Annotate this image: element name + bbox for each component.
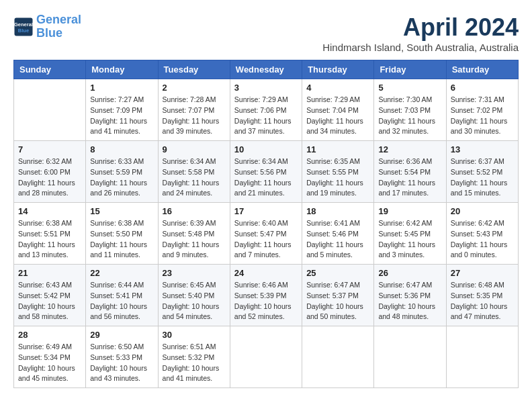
day-info: Sunrise: 6:50 AM Sunset: 5:33 PM Dayligh… (90, 342, 153, 384)
calendar-day-cell: 17Sunrise: 6:40 AM Sunset: 5:47 PM Dayli… (230, 203, 302, 265)
day-info: Sunrise: 6:42 AM Sunset: 5:43 PM Dayligh… (451, 218, 514, 261)
calendar-day-cell (302, 326, 374, 388)
calendar-day-cell (14, 79, 86, 141)
day-info: Sunrise: 6:38 AM Sunset: 5:51 PM Dayligh… (18, 218, 81, 261)
day-info: Sunrise: 6:38 AM Sunset: 5:50 PM Dayligh… (90, 218, 153, 261)
location-subtitle: Hindmarsh Island, South Australia, Austr… (322, 42, 519, 53)
calendar-day-cell: 23Sunrise: 6:45 AM Sunset: 5:40 PM Dayli… (158, 265, 230, 326)
day-info: Sunrise: 6:34 AM Sunset: 5:56 PM Dayligh… (234, 156, 298, 199)
day-number: 20 (451, 206, 514, 216)
day-info: Sunrise: 6:45 AM Sunset: 5:40 PM Dayligh… (163, 280, 226, 322)
day-info: Sunrise: 6:37 AM Sunset: 5:52 PM Dayligh… (451, 156, 514, 199)
day-number: 19 (378, 206, 441, 216)
day-number: 2 (163, 83, 226, 93)
day-info: Sunrise: 7:29 AM Sunset: 7:06 PM Dayligh… (234, 95, 298, 137)
calendar-day-cell: 27Sunrise: 6:48 AM Sunset: 5:35 PM Dayli… (446, 265, 518, 326)
day-info: Sunrise: 6:36 AM Sunset: 5:54 PM Dayligh… (378, 156, 441, 199)
day-number: 16 (163, 206, 226, 216)
calendar-day-cell: 2Sunrise: 7:28 AM Sunset: 7:07 PM Daylig… (158, 79, 230, 141)
day-info: Sunrise: 6:35 AM Sunset: 5:55 PM Dayligh… (306, 156, 369, 199)
calendar-day-cell: 5Sunrise: 7:30 AM Sunset: 7:03 PM Daylig… (374, 79, 446, 141)
calendar-day-cell: 16Sunrise: 6:39 AM Sunset: 5:48 PM Dayli… (158, 203, 230, 265)
day-info: Sunrise: 6:47 AM Sunset: 5:37 PM Dayligh… (306, 280, 369, 322)
logo: General Blue General Blue (13, 13, 81, 40)
calendar-day-cell: 9Sunrise: 6:34 AM Sunset: 5:58 PM Daylig… (158, 141, 230, 203)
day-number: 21 (18, 268, 81, 278)
weekday-header-sunday: Sunday (14, 60, 86, 79)
day-number: 28 (18, 330, 81, 340)
calendar-day-cell: 6Sunrise: 7:31 AM Sunset: 7:02 PM Daylig… (446, 79, 518, 141)
calendar-week-row: 21Sunrise: 6:43 AM Sunset: 5:42 PM Dayli… (14, 265, 519, 326)
day-number: 23 (163, 268, 226, 278)
calendar-week-row: 28Sunrise: 6:49 AM Sunset: 5:34 PM Dayli… (14, 326, 519, 388)
day-info: Sunrise: 6:40 AM Sunset: 5:47 PM Dayligh… (234, 218, 298, 261)
calendar-day-cell: 14Sunrise: 6:38 AM Sunset: 5:51 PM Dayli… (14, 203, 86, 265)
logo-line1: General (36, 13, 81, 26)
calendar-week-row: 14Sunrise: 6:38 AM Sunset: 5:51 PM Dayli… (14, 203, 519, 265)
month-title: April 2024 (322, 13, 519, 42)
calendar-day-cell: 28Sunrise: 6:49 AM Sunset: 5:34 PM Dayli… (14, 326, 86, 388)
day-info: Sunrise: 6:47 AM Sunset: 5:36 PM Dayligh… (378, 280, 441, 322)
weekday-header-row: SundayMondayTuesdayWednesdayThursdayFrid… (14, 60, 519, 79)
day-info: Sunrise: 6:46 AM Sunset: 5:39 PM Dayligh… (234, 280, 298, 322)
calendar-day-cell: 8Sunrise: 6:33 AM Sunset: 5:59 PM Daylig… (86, 141, 158, 203)
page-header: General Blue General Blue April 2024 Hin… (13, 13, 519, 53)
day-number: 29 (90, 330, 153, 340)
day-number: 3 (234, 83, 298, 93)
day-info: Sunrise: 6:39 AM Sunset: 5:48 PM Dayligh… (163, 218, 226, 261)
calendar-day-cell: 19Sunrise: 6:42 AM Sunset: 5:45 PM Dayli… (374, 203, 446, 265)
title-block: April 2024 Hindmarsh Island, South Austr… (322, 13, 519, 53)
calendar-day-cell: 1Sunrise: 7:27 AM Sunset: 7:09 PM Daylig… (86, 79, 158, 141)
day-number: 5 (378, 83, 441, 93)
day-number: 25 (306, 268, 369, 278)
weekday-header-wednesday: Wednesday (230, 60, 302, 79)
day-number: 6 (451, 83, 514, 93)
day-number: 26 (378, 268, 441, 278)
calendar-day-cell: 12Sunrise: 6:36 AM Sunset: 5:54 PM Dayli… (374, 141, 446, 203)
day-number: 13 (451, 144, 514, 154)
weekday-header-thursday: Thursday (302, 60, 374, 79)
calendar-day-cell: 24Sunrise: 6:46 AM Sunset: 5:39 PM Dayli… (230, 265, 302, 326)
day-info: Sunrise: 6:48 AM Sunset: 5:35 PM Dayligh… (451, 280, 514, 322)
day-info: Sunrise: 6:44 AM Sunset: 5:41 PM Dayligh… (90, 280, 153, 322)
day-info: Sunrise: 6:33 AM Sunset: 5:59 PM Dayligh… (90, 156, 153, 199)
calendar-day-cell (230, 326, 302, 388)
day-number: 15 (90, 206, 153, 216)
svg-text:General: General (14, 21, 33, 27)
day-number: 9 (163, 144, 226, 154)
day-info: Sunrise: 7:28 AM Sunset: 7:07 PM Dayligh… (163, 95, 226, 137)
day-info: Sunrise: 7:27 AM Sunset: 7:09 PM Dayligh… (90, 95, 153, 137)
day-number: 12 (378, 144, 441, 154)
calendar-day-cell: 18Sunrise: 6:41 AM Sunset: 5:46 PM Dayli… (302, 203, 374, 265)
calendar-day-cell: 20Sunrise: 6:42 AM Sunset: 5:43 PM Dayli… (446, 203, 518, 265)
day-number: 10 (234, 144, 298, 154)
day-number: 27 (451, 268, 514, 278)
day-info: Sunrise: 6:51 AM Sunset: 5:32 PM Dayligh… (163, 342, 226, 384)
day-info: Sunrise: 6:49 AM Sunset: 5:34 PM Dayligh… (18, 342, 81, 384)
calendar-day-cell: 13Sunrise: 6:37 AM Sunset: 5:52 PM Dayli… (446, 141, 518, 203)
calendar-day-cell: 29Sunrise: 6:50 AM Sunset: 5:33 PM Dayli… (86, 326, 158, 388)
calendar-table: SundayMondayTuesdayWednesdayThursdayFrid… (13, 60, 519, 388)
day-number: 8 (90, 144, 153, 154)
calendar-day-cell: 25Sunrise: 6:47 AM Sunset: 5:37 PM Dayli… (302, 265, 374, 326)
day-number: 4 (306, 83, 369, 93)
day-info: Sunrise: 7:29 AM Sunset: 7:04 PM Dayligh… (306, 95, 369, 137)
day-info: Sunrise: 6:32 AM Sunset: 6:00 PM Dayligh… (18, 156, 81, 199)
day-number: 30 (163, 330, 226, 340)
calendar-week-row: 7Sunrise: 6:32 AM Sunset: 6:00 PM Daylig… (14, 141, 519, 203)
day-number: 14 (18, 206, 81, 216)
calendar-day-cell: 30Sunrise: 6:51 AM Sunset: 5:32 PM Dayli… (158, 326, 230, 388)
day-number: 18 (306, 206, 369, 216)
calendar-week-row: 1Sunrise: 7:27 AM Sunset: 7:09 PM Daylig… (14, 79, 519, 141)
calendar-day-cell: 15Sunrise: 6:38 AM Sunset: 5:50 PM Dayli… (86, 203, 158, 265)
weekday-header-monday: Monday (86, 60, 158, 79)
calendar-day-cell: 4Sunrise: 7:29 AM Sunset: 7:04 PM Daylig… (302, 79, 374, 141)
logo-text: General Blue (36, 13, 81, 40)
svg-text:Blue: Blue (18, 27, 29, 33)
day-info: Sunrise: 6:42 AM Sunset: 5:45 PM Dayligh… (378, 218, 441, 261)
day-number: 22 (90, 268, 153, 278)
day-info: Sunrise: 6:34 AM Sunset: 5:58 PM Dayligh… (163, 156, 226, 199)
day-info: Sunrise: 7:31 AM Sunset: 7:02 PM Dayligh… (451, 95, 514, 137)
day-info: Sunrise: 7:30 AM Sunset: 7:03 PM Dayligh… (378, 95, 441, 137)
weekday-header-tuesday: Tuesday (158, 60, 230, 79)
